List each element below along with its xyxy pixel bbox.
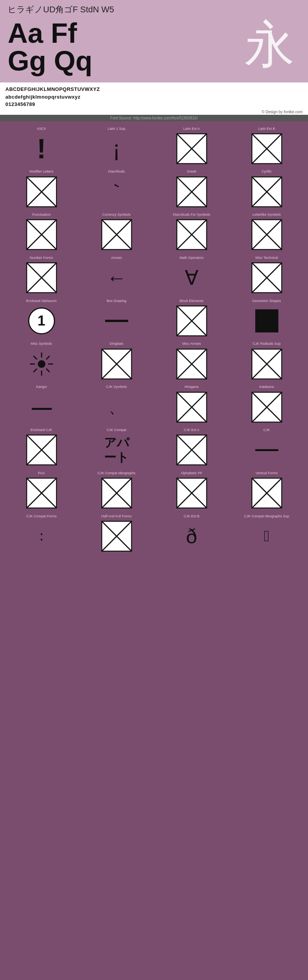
cell-label-6-3: Katakana: [259, 385, 274, 389]
preview-char-aa: Aa: [8, 19, 43, 47]
svg-line-43: [46, 356, 50, 359]
colon-dots: ：: [35, 527, 49, 545]
cell-content-5-0: [25, 347, 58, 380]
cell-label-2-1: Currency Symbols: [102, 213, 131, 217]
horizontal-rule: [255, 449, 278, 451]
grid-cell-4-1: Box Drawing: [79, 297, 154, 341]
cell-content-1-1: ｀: [100, 175, 133, 208]
cell-label-9-2: CJK Ext B: [184, 514, 199, 519]
grid-cell-3-3: Misc Technical: [229, 254, 304, 297]
cell-content-7-0: [25, 434, 58, 467]
cell-content-7-2: [175, 434, 208, 467]
arrow-char: ←: [107, 266, 127, 289]
cell-content-4-2: [175, 304, 208, 337]
backtick-char: ｀: [107, 178, 127, 205]
cell-content-3-2: ∀: [175, 262, 208, 294]
cell-label-9-3: CJK Compat Ideographs Sup: [244, 514, 289, 519]
cell-content-6-0: —: [25, 391, 58, 423]
grid-cell-4-3: Geometric Shapes: [229, 297, 304, 341]
grid-cell-6-1: CJK Symbols、: [79, 383, 154, 426]
cell-content-5-2: [175, 347, 208, 380]
preview-area: Aa Ff Gg Qq 永: [8, 19, 300, 75]
cell-content-9-0: ：: [25, 520, 58, 552]
cell-label-4-0: Enclosed Alphanum: [26, 299, 57, 303]
grid-cell-7-1: CJK Compatアパート: [79, 426, 154, 470]
cell-label-9-0: CJK Compat Forms: [26, 514, 57, 519]
svg-point-36: [38, 360, 45, 368]
grid-cell-5-2: Misc Arrows: [154, 340, 229, 383]
cell-content-7-1: アパート: [100, 434, 133, 467]
cell-content-2-3: [250, 218, 283, 251]
circle-one-text: 1: [37, 313, 45, 329]
grid-cell-1-3: Cyrillic: [229, 168, 304, 211]
cell-content-0-1: ¡: [100, 132, 133, 165]
cell-label-3-2: Math Operators: [179, 256, 204, 260]
cell-content-8-0: [25, 477, 58, 510]
cell-label-4-1: Box Drawing: [107, 299, 126, 303]
grid-row-3: Number Forms Arrows←Math Operators∀Misc …: [4, 254, 304, 297]
circle-one: 1: [28, 307, 55, 334]
complex-char: 𠀀: [264, 527, 270, 545]
grid-cell-7-2: CJK Ext A: [154, 426, 229, 470]
grid-cell-9-1: Half And Full Forms: [79, 513, 154, 556]
grid-cell-6-2: Hiragana: [154, 383, 229, 426]
cell-content-2-2: [175, 218, 208, 251]
grid-row-8: PUA CJK Compat Ideographs Alphabetic PF …: [4, 470, 304, 513]
alphabet-digits: 0123456789: [5, 101, 303, 108]
grid-cell-9-0: CJK Compat Forms：: [4, 513, 79, 556]
cell-content-6-3: [250, 391, 283, 423]
cell-label-1-0: Modifier Letters: [29, 169, 53, 174]
grid-row-5: Misc Symbols Dingbats Misc Arrows CJK Ra…: [4, 340, 304, 383]
cell-label-4-2: Block Elements: [179, 299, 203, 303]
cell-content-2-0: [25, 218, 58, 251]
cell-label-0-2: Latin Ext A: [183, 127, 200, 131]
preview-latin: Aa Ff Gg Qq: [8, 19, 239, 75]
cell-content-1-2: [175, 175, 208, 208]
em-dash: —: [32, 396, 51, 419]
grid-cell-2-0: Punctuation: [4, 211, 79, 254]
preview-kanji-area: 永: [239, 19, 300, 69]
grid-cell-0-3: Latin Ext B: [229, 125, 304, 168]
preview-char-qq: Qq: [54, 47, 92, 75]
exclaim-char: !: [37, 135, 46, 163]
cell-content-4-0: 1: [25, 304, 58, 337]
cell-content-6-2: [175, 391, 208, 423]
copyright: © Design by fontke.com: [0, 110, 308, 115]
cell-content-8-2: [175, 477, 208, 510]
sun-svg: [28, 351, 55, 378]
grid-cell-8-3: Vertical Forms: [229, 470, 304, 513]
cell-content-8-3: [250, 477, 283, 510]
cell-content-9-2: ð: [175, 520, 208, 552]
grid-row-4: Enclosed Alphanum1Box DrawingBlock Eleme…: [4, 297, 304, 341]
cell-content-0-0: !: [25, 132, 58, 165]
cell-label-7-0: Enclosed CJK: [30, 428, 52, 432]
grid-row-9: CJK Compat Forms：Half And Full Forms CJK…: [4, 513, 304, 556]
cell-label-5-0: Misc Symbols: [31, 342, 52, 346]
grid-cell-5-0: Misc Symbols: [4, 340, 79, 383]
katakana-text: アパート: [100, 435, 133, 465]
grid-cell-2-3: Letterlike Symbols: [229, 211, 304, 254]
grid-row-2: Punctuation Currency Symbols Diacritical…: [4, 211, 304, 254]
grid-section: ASCII!Latin 1 Sup¡Latin Ext A Latin Ext …: [0, 121, 308, 560]
grid-cell-2-1: Currency Symbols: [79, 211, 154, 254]
grid-cell-0-1: Latin 1 Sup¡: [79, 125, 154, 168]
cell-content-5-1: [100, 347, 133, 380]
cell-label-7-1: CJK Compat: [107, 428, 126, 432]
grid-cell-7-0: Enclosed CJK: [4, 426, 79, 470]
cell-label-8-3: Vertical Forms: [256, 471, 278, 475]
cell-content-7-3: [250, 434, 283, 467]
alphabet-upper: ABCDEFGHIJKLMNOPQRSTUVWXYZ: [5, 86, 303, 93]
cell-content-0-2: [175, 132, 208, 165]
cell-label-5-1: Dingbats: [110, 342, 124, 346]
cell-label-5-2: Misc Arrows: [182, 342, 201, 346]
cell-content-4-3: [250, 304, 283, 337]
source-row: Font Source: http://www.fontke.com/font/…: [0, 115, 308, 121]
header-section: ヒラギノUD角ゴF StdN W5 Aa Ff Gg Qq 永: [0, 0, 308, 82]
preview-kanji: 永: [244, 19, 295, 69]
grid-cell-6-0: Kangxi—: [4, 383, 79, 426]
cell-content-5-3: [250, 347, 283, 380]
cell-label-0-1: Latin 1 Sup: [108, 127, 126, 131]
cell-label-8-2: Alphabetic PF: [181, 471, 202, 475]
cell-content-3-3: [250, 262, 283, 294]
grid-cell-9-2: CJK Ext Bð: [154, 513, 229, 556]
